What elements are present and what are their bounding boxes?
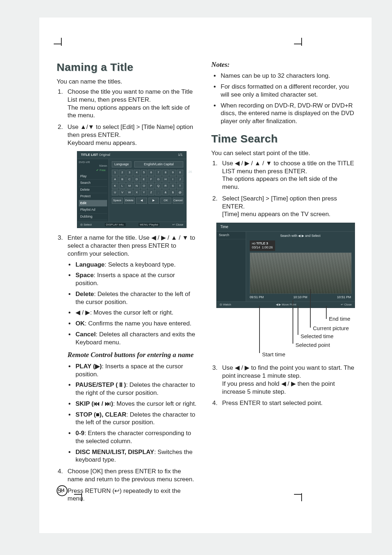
kb-page: 1/1 — [178, 153, 183, 157]
ts-badge-dur: 1:00:26 — [262, 246, 273, 249]
right-column: Notes: Names can be up to 32 characters … — [211, 60, 354, 506]
callout-selected-time: Selected time — [301, 333, 334, 340]
ts-callouts: End time Current picture Selected time S… — [216, 312, 354, 362]
kb-btn-space: Space — [112, 198, 123, 203]
callout-start-time: Start time — [262, 351, 285, 358]
callout-line — [293, 300, 293, 344]
ts-end-time: 10:51 PM — [337, 295, 351, 300]
kb-menu-item: Delete — [79, 187, 107, 194]
naming-steps-cont: Enter a name for the title. Use ◀ / ▶ / … — [57, 234, 197, 503]
step-4: Choose [OK] then press ENTER to fix the … — [65, 467, 197, 483]
ts-foot-watch: ◎ Watch — [220, 303, 231, 307]
note-1: Names can be up to 32 characters long. — [220, 72, 354, 80]
remote-subheading: Remote Control buttons for entering a na… — [68, 351, 197, 359]
left-column: Naming a Title You can name the titles. … — [57, 60, 197, 506]
ts-step-1: Use ◀ / ▶ / ▲ / ▼ to choose a title on t… — [219, 159, 354, 191]
ts-hint: Search with ◀ ▶ and Select — [250, 234, 351, 238]
step-1: Choose the title you want to name on the… — [65, 88, 197, 119]
ts-badge-title: TITLE 3 — [256, 242, 268, 245]
callout-line — [310, 289, 311, 328]
page-content: Naming a Title You can name the titles. … — [57, 60, 354, 506]
naming-steps: Choose the title you want to name on the… — [57, 88, 197, 147]
step-2: Use ▲/▼ to select [Edit] > [Title Name] … — [65, 123, 197, 147]
ts-foot-close: ↩ Close — [341, 303, 352, 307]
kb-language-label: Language — [112, 161, 131, 168]
kb-foot-select: ◎ Select — [80, 223, 91, 227]
kb-btn-cancel: Cancel — [173, 198, 184, 203]
crop-mark — [294, 44, 302, 44]
callout-line — [259, 306, 260, 353]
kb-free: ✔ Free — [96, 169, 106, 172]
time-search-screenshot: Time Search Search with ◀ ▶ and Select H… — [216, 223, 354, 308]
kb-language-caption: English/Latin Capital — [134, 161, 183, 168]
ts-step-3: Use ◀ / ▶ to find the point you want to … — [219, 364, 354, 396]
kb-btn-delete: Delete — [124, 198, 135, 203]
intro-text: You can name the titles. — [57, 78, 197, 86]
step-3-text: Enter a name for the title. Use ◀ / ▶ / … — [68, 234, 195, 257]
ts-badge-date: 03/14 — [252, 246, 260, 249]
manual-page: Naming a Title You can name the titles. … — [39, 17, 372, 533]
kb-btn-right: ▶ — [148, 198, 159, 203]
step-5: Press RETURN (↩) repeatedly to exit the … — [65, 487, 197, 503]
ts-step-4: Press ENTER to start selected point. — [219, 399, 354, 407]
ts-left-item: Search — [217, 232, 246, 239]
callout-current-picture: Current picture — [313, 325, 349, 332]
kb-foot-playlist: MENU Playlist — [139, 223, 159, 226]
crop-mark — [301, 38, 302, 46]
note-3: When recording on DVD-R, DVD-RW or DVD+R… — [220, 102, 354, 125]
kb-free-num: 26 — [188, 170, 192, 174]
callout-selected-point: Selected point — [295, 341, 330, 348]
kb-title-left: TITLE LIST — [81, 153, 98, 157]
kb-foot-close: ↩ Close — [172, 223, 183, 227]
ts-intro: You can select start point of the title. — [211, 149, 354, 157]
kb-time: 53min — [79, 164, 107, 168]
kb-title-right: Original — [99, 153, 110, 157]
keyboard-screenshot: TITLE LIST Original 1/1 DVD-VR 53min ✔ F… — [77, 151, 187, 228]
heading-naming: Naming a Title — [57, 60, 197, 74]
kb-grid: 1234567890 ABCDEFGHIJ KLMNOPQRST UVWXYZ.… — [112, 170, 183, 195]
ts-selected-time: 10:10 PM — [293, 295, 307, 300]
ts-start-time: 09:51 PM — [250, 295, 264, 300]
crop-mark — [54, 44, 62, 44]
kb-menu-item-selected: Edit — [79, 200, 107, 207]
callout-line — [326, 306, 327, 319]
callout-end-time: End time — [329, 315, 350, 322]
kb-left-panel: DVD-VR 53min ✔ Free Play Search Delete P… — [77, 159, 109, 222]
page-number: 44 — [57, 485, 68, 496]
kb-btn-left: ◀ — [136, 198, 147, 203]
ts-preview — [250, 252, 352, 294]
kb-foot-info: DISPLAY Info. — [105, 223, 126, 226]
kb-btn-ok: OK — [160, 198, 171, 203]
kb-menu-item: Dubbing — [79, 214, 107, 220]
kb-device: DVD-VR — [79, 161, 107, 164]
kb-menu-item: Protect — [79, 193, 107, 200]
note-2: For discs formatted on a different recor… — [220, 83, 354, 99]
callout-line — [298, 306, 298, 335]
step-3: Enter a name for the title. Use ◀ / ▶ / … — [65, 234, 197, 464]
heading-time-search: Time Search — [211, 132, 354, 146]
kb-menu-item: Playlist Ad — [79, 207, 107, 214]
kb-menu-item: Search — [79, 180, 107, 187]
notes-heading: Notes: — [211, 60, 354, 69]
crop-mark — [61, 38, 62, 46]
ts-step-2: Select [Search] > [Time] option then pre… — [219, 195, 354, 218]
kb-menu-item: Play — [79, 173, 107, 180]
ts-head: Time — [217, 223, 355, 232]
